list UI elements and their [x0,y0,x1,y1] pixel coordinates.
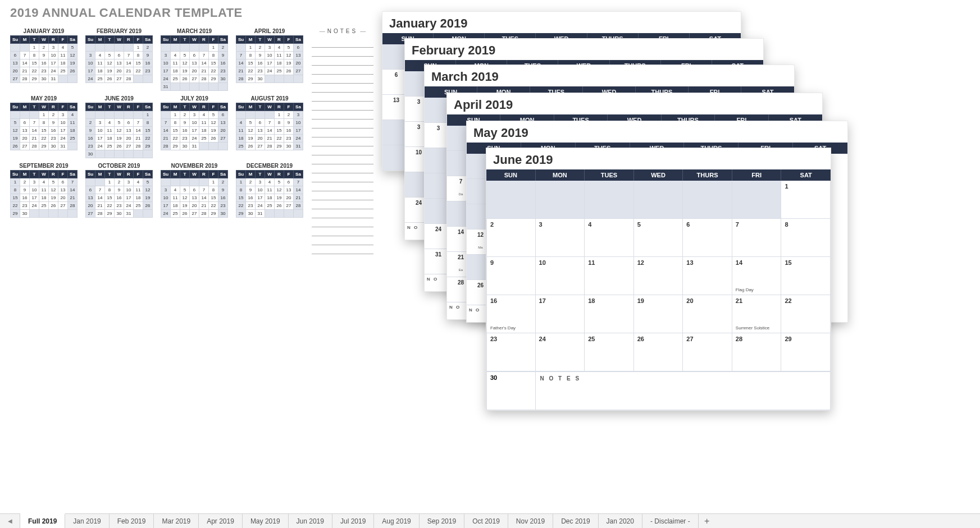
day-cell[interactable] [732,181,782,219]
note-line[interactable] [312,173,373,182]
note-line[interactable] [312,137,373,146]
mini-day-cell: 18 [68,127,78,135]
day-cell[interactable]: 11 [585,257,634,295]
note-line[interactable] [312,111,373,120]
day-cell[interactable]: 25 [585,333,634,371]
sheet-tab[interactable]: Full 2019 [20,513,65,528]
mini-day-cell: 27 [124,143,134,150]
sheet-tab[interactable]: Jun 2019 [289,514,332,528]
mini-day-cell: 25 [68,135,78,143]
mini-day-cell [171,44,180,52]
note-line[interactable] [312,48,373,57]
note-line[interactable] [312,84,373,93]
note-line[interactable] [312,182,373,191]
sheet-tab[interactable]: Oct 2019 [464,514,508,528]
note-line[interactable] [312,75,373,84]
note-line[interactable] [312,164,373,173]
mini-day-cell: 25 [265,202,275,210]
day-cell[interactable] [634,181,683,219]
day-cell[interactable]: 8 [781,219,831,257]
mini-month: DECEMBER 2019SuMTWRFSa123456789101112131… [236,163,303,218]
note-line[interactable] [312,120,373,128]
note-line[interactable] [312,191,373,200]
mini-day-cell: 10 [95,127,105,135]
sheet-tab[interactable]: Nov 2019 [508,514,553,528]
day-cell[interactable] [683,181,732,219]
day-cell[interactable]: 12 [634,257,683,295]
mini-day-cell: 27 [190,210,199,218]
note-line[interactable] [312,200,373,209]
mini-day-cell [68,75,78,83]
mini-day-cell: 29 [39,143,49,150]
note-line[interactable] [312,227,373,236]
day-cell[interactable]: 9 [486,257,536,295]
sheet-tab[interactable]: May 2019 [243,514,289,528]
sheet-tab[interactable]: - Disclaimer - [642,514,699,528]
note-line[interactable] [312,39,373,48]
day-cell[interactable]: 3 [536,219,585,257]
day-cell[interactable]: 16Father's Day [486,295,536,333]
mini-day-cell: 20 [11,67,20,75]
note-line[interactable] [312,57,373,66]
day-cell[interactable]: 22 [781,295,831,333]
day-cell[interactable] [486,181,536,219]
sheet-tab[interactable]: Aug 2019 [374,514,419,528]
day-cell[interactable]: 27 [683,333,732,371]
sheet-tab[interactable]: Dec 2019 [553,514,598,528]
mini-day-cell: 14 [199,59,209,67]
sheet-tab[interactable]: Feb 2019 [110,514,154,528]
mini-day-cell: 22 [236,202,246,210]
sheet-tab[interactable]: Jul 2019 [332,514,374,528]
mini-day-header: F [58,103,68,111]
sheet-tab[interactable]: Mar 2019 [154,514,199,528]
day-cell[interactable]: 10 [536,257,585,295]
mini-day-cell [199,83,209,91]
day-cell[interactable]: 17 [536,295,585,333]
day-cell[interactable]: 18 [585,295,634,333]
day-cell[interactable]: 30 [486,372,536,410]
add-sheet-button[interactable]: + [699,514,715,528]
day-cell[interactable]: 23 [486,333,536,371]
note-line[interactable] [312,102,373,111]
mini-day-cell: 19 [209,127,218,135]
day-cell[interactable]: 19 [634,295,683,333]
day-cell[interactable]: 7 [732,219,782,257]
day-cell[interactable]: 6 [683,219,732,257]
day-cell[interactable]: 15 [781,257,831,295]
mini-day-cell: 26 [180,75,190,83]
mini-day-cell: 3 [161,186,171,194]
day-cell[interactable]: 21Summer Solstice [732,295,782,333]
note-line[interactable] [312,66,373,75]
day-cell[interactable]: 2 [486,219,536,257]
sheet-tab[interactable]: Apr 2019 [199,514,243,528]
note-line[interactable] [312,209,373,218]
note-line[interactable] [312,236,373,245]
day-cell[interactable] [536,181,585,219]
mini-day-cell: 23 [39,67,49,75]
day-cell[interactable]: 5 [634,219,683,257]
day-cell[interactable]: 29 [781,333,831,371]
day-cell[interactable]: 28 [732,333,782,371]
note-line[interactable] [312,146,373,155]
day-cell[interactable]: 26 [634,333,683,371]
day-cell[interactable]: 14Flag Day [732,257,782,295]
tab-scroll-left-icon[interactable]: ◀ [0,514,20,528]
day-cell[interactable] [585,181,634,219]
note-line[interactable] [312,93,373,102]
sheet-tab[interactable]: Sep 2019 [420,514,464,528]
note-line[interactable] [312,218,373,227]
mini-day-cell: 28 [68,202,78,210]
notes-area[interactable]: N O T E S [536,372,831,410]
mini-day-cell: 30 [256,75,265,83]
day-cell[interactable]: 20 [683,295,732,333]
note-line[interactable] [312,128,373,137]
day-cell[interactable]: 24 [536,333,585,371]
day-cell[interactable]: 13 [683,257,732,295]
mini-day-header: T [105,171,115,178]
day-cell[interactable]: 4 [585,219,634,257]
note-line[interactable] [312,155,373,164]
day-cell[interactable]: 1 [781,181,831,219]
note-line[interactable] [312,245,373,254]
sheet-tab[interactable]: Jan 2020 [599,514,642,528]
sheet-tab[interactable]: Jan 2019 [65,514,109,528]
